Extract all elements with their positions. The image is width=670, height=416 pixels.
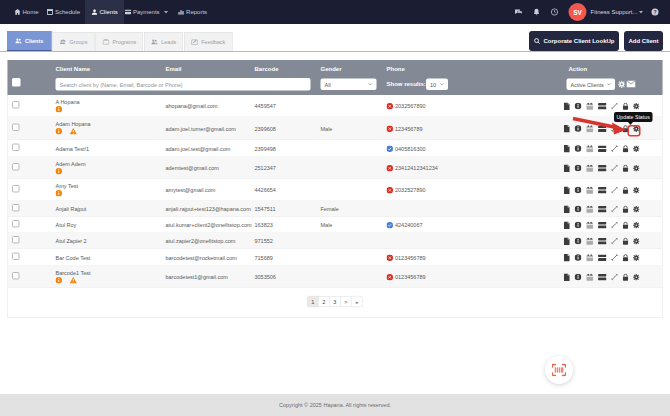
svg-text:?: ? [653, 9, 656, 15]
